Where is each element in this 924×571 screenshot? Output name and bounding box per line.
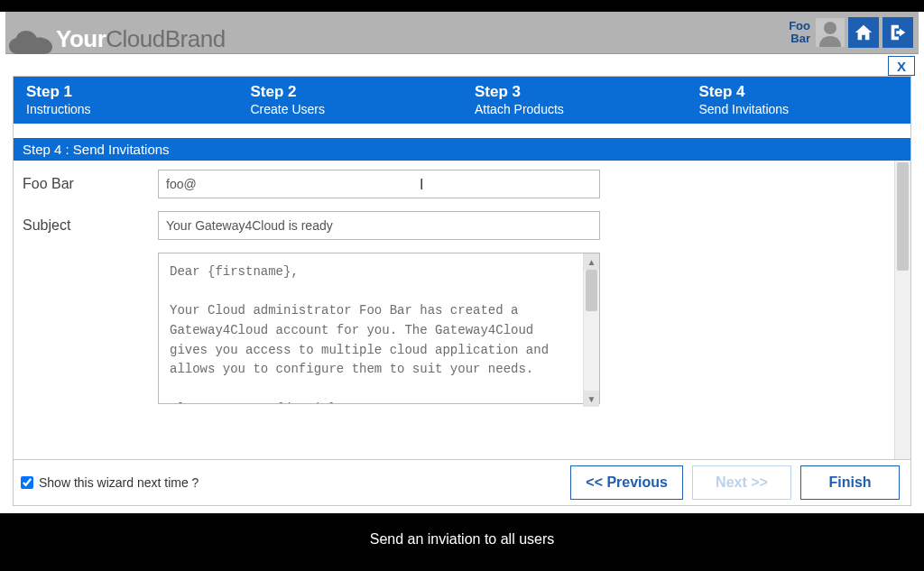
scroll-down-icon[interactable]: ▼ (584, 391, 599, 407)
recipient-input[interactable] (158, 170, 600, 198)
subject-input[interactable] (158, 211, 600, 240)
show-wizard-checkbox-input[interactable] (21, 476, 33, 489)
section-title: Step 4 : Send Invitations (14, 138, 910, 161)
recipient-label: Foo Bar (23, 176, 158, 192)
finish-button[interactable]: Finish (800, 465, 900, 500)
app-header: YourCloudBrand Foo Bar (5, 12, 919, 54)
wizard-step-1[interactable]: Step 1 Instructions (14, 77, 238, 124)
show-wizard-checkbox[interactable]: Show this wizard next time ? (21, 475, 199, 490)
show-wizard-checkbox-label: Show this wizard next time ? (39, 475, 199, 490)
svg-point-0 (824, 22, 836, 34)
step-title: Step 2 (251, 83, 450, 101)
previous-button[interactable]: << Previous (570, 465, 683, 500)
step-title: Step 4 (699, 83, 899, 101)
close-button[interactable]: X (888, 56, 915, 76)
user-name: Foo Bar (789, 20, 810, 46)
brand-text: YourCloudBrand (56, 27, 226, 54)
logout-icon (888, 23, 908, 42)
wizard-container: Step 1 Instructions Step 2 Create Users … (13, 76, 911, 506)
step-title: Step 3 (475, 83, 674, 101)
home-icon (854, 23, 873, 42)
video-caption: Send an inviation to all users (0, 531, 924, 548)
logout-button[interactable] (882, 17, 913, 48)
subject-label: Subject (23, 217, 158, 234)
wizard-step-4[interactable]: Step 4 Send Invitations (687, 77, 911, 124)
message-scrollbar[interactable]: ▲ ▼ (583, 253, 599, 407)
form-body: Foo Bar I Subject (14, 161, 894, 459)
scroll-up-icon[interactable]: ▲ (584, 253, 599, 270)
avatar-icon (816, 18, 845, 47)
next-button: Next >> (692, 465, 791, 500)
step-subtitle: Create Users (251, 102, 450, 116)
step-title: Step 1 (26, 83, 226, 101)
brand-logo: YourCloudBrand (5, 12, 226, 54)
step-subtitle: Attach Products (475, 102, 674, 116)
wizard-footer: Show this wizard next time ? << Previous… (14, 459, 910, 505)
step-subtitle: Send Invitations (699, 102, 899, 116)
wizard-step-3[interactable]: Step 3 Attach Products (462, 77, 687, 124)
scroll-thumb[interactable] (586, 270, 597, 311)
cloud-icon (9, 31, 52, 54)
modal-close-row: X (5, 54, 919, 76)
wizard-step-2[interactable]: Step 2 Create Users (238, 77, 463, 124)
step-subtitle: Instructions (26, 102, 226, 116)
message-textarea[interactable] (158, 253, 600, 404)
wizard-steps-bar: Step 1 Instructions Step 2 Create Users … (14, 77, 910, 124)
home-button[interactable] (848, 17, 879, 48)
scroll-thumb[interactable] (897, 162, 909, 271)
panel-scrollbar[interactable] (894, 161, 910, 459)
